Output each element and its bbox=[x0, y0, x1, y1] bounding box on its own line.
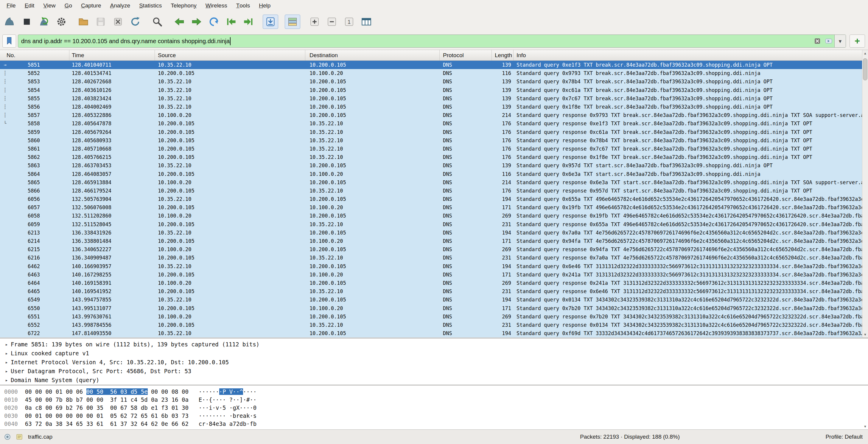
hex-scroll-down-icon[interactable]: ▼ bbox=[864, 425, 867, 428]
expand-arrow-icon[interactable]: ▸ bbox=[2, 360, 11, 365]
menu-analyze[interactable]: Analyze bbox=[106, 0, 135, 11]
resize-columns-button[interactable] bbox=[359, 14, 374, 29]
restart-capture-button[interactable] bbox=[36, 14, 52, 29]
column-header-no[interactable]: No. bbox=[0, 50, 69, 60]
start-capture-button[interactable] bbox=[2, 14, 17, 29]
packet-row[interactable]: 6549143.99475785510.35.22.1010.200.0.105… bbox=[0, 296, 862, 304]
packet-row[interactable]: 6058132.51120286010.100.0.2010.200.0.105… bbox=[0, 212, 862, 220]
display-filter-input[interactable]: dns and ip.addr == 10.200.0.105 and dns.… bbox=[18, 35, 846, 47]
detail-row[interactable]: ▸Linux cooked capture v1 bbox=[0, 349, 868, 358]
detail-row[interactable]: ▸Domain Name System (query) bbox=[0, 376, 868, 384]
detail-row[interactable]: ▸Internet Protocol Version 4, Src: 10.35… bbox=[0, 358, 868, 367]
menu-statistics[interactable]: Statistics bbox=[135, 0, 166, 11]
expand-arrow-icon[interactable]: ▸ bbox=[2, 342, 11, 347]
packet-row[interactable]: 5860128.40568093310.200.0.10510.35.22.10… bbox=[0, 136, 862, 145]
detail-row[interactable]: ▸User Datagram Protocol, Src Port: 45686… bbox=[0, 367, 868, 376]
zoom-in-button[interactable] bbox=[307, 14, 322, 29]
detail-row[interactable]: ▸Frame 5851: 139 bytes on wire (1112 bit… bbox=[0, 340, 868, 349]
hex-row[interactable]: 00200a c8 00 69 b2 76 00 35 00 67 58 db … bbox=[0, 404, 868, 412]
hex-row[interactable]: 004063 72 0a 38 34 65 33 61 61 37 32 64 … bbox=[0, 420, 868, 428]
menu-tools[interactable]: Tools bbox=[232, 0, 254, 11]
packet-list-scrollbar[interactable]: ▲ ▼ bbox=[862, 50, 868, 338]
filter-add-button[interactable]: + bbox=[849, 35, 865, 47]
menu-edit[interactable]: Edit bbox=[20, 0, 39, 11]
menu-wireless[interactable]: Wireless bbox=[201, 0, 232, 11]
capture-comments-icon[interactable] bbox=[15, 433, 24, 441]
menu-capture[interactable]: Capture bbox=[76, 0, 106, 11]
colorize-toggle-button[interactable] bbox=[285, 14, 300, 29]
packet-row[interactable]: ┆5853128.40267266810.35.22.1010.200.0.10… bbox=[0, 77, 862, 86]
expand-arrow-icon[interactable]: ▸ bbox=[2, 377, 11, 383]
packet-row[interactable]: ┆5854128.40361012610.35.22.1010.200.0.10… bbox=[0, 86, 862, 94]
column-header-time[interactable]: Time bbox=[69, 50, 155, 60]
go-last-packet-button[interactable] bbox=[241, 14, 256, 29]
menu-telephony[interactable]: Telephony bbox=[166, 0, 201, 11]
packet-row[interactable]: 6215136.34065222710.100.0.2010.200.0.105… bbox=[0, 245, 862, 253]
packet-row[interactable]: 6551143.99763076110.100.0.2010.200.0.105… bbox=[0, 312, 862, 321]
packet-row[interactable]: →5851128.40104071110.35.22.1010.200.0.10… bbox=[0, 61, 862, 69]
expand-arrow-icon[interactable]: ▸ bbox=[2, 350, 11, 356]
filter-bookmark-button[interactable] bbox=[2, 35, 16, 47]
packet-row[interactable]: 6059132.51152804510.200.0.10510.35.22.10… bbox=[0, 220, 862, 229]
filter-apply-icon[interactable] bbox=[823, 35, 834, 47]
hex-row[interactable]: 001045 00 00 7b 8b b7 00 00 3f 11 c4 5d … bbox=[0, 396, 868, 404]
go-previous-packet-button[interactable] bbox=[172, 14, 187, 29]
save-capture-file-button[interactable] bbox=[93, 14, 108, 29]
packet-row[interactable]: 6214136.33880148410.200.0.10510.100.0.20… bbox=[0, 237, 862, 245]
packet-row[interactable]: 6462140.16690395710.35.22.1010.200.0.105… bbox=[0, 262, 862, 271]
column-header-info[interactable]: Info bbox=[514, 50, 862, 60]
expand-arrow-icon[interactable]: ▸ bbox=[2, 368, 11, 374]
go-next-packet-button[interactable] bbox=[189, 14, 204, 29]
packet-row[interactable]: 5862128.40576621510.200.0.10510.35.22.10… bbox=[0, 153, 862, 161]
reload-capture-file-button[interactable] bbox=[127, 14, 143, 29]
menu-go[interactable]: Go bbox=[60, 0, 76, 11]
hex-row[interactable]: 003000 01 00 00 00 00 00 01 05 62 72 65 … bbox=[0, 412, 868, 420]
packet-row[interactable]: 6213136.33843192610.35.22.1010.200.0.105… bbox=[0, 229, 862, 237]
column-header-length[interactable]: Length bbox=[492, 50, 514, 60]
packet-row[interactable]: 5861128.40571066810.200.0.10510.35.22.10… bbox=[0, 145, 862, 153]
packet-row[interactable]: ┆5852128.40153474110.200.0.10510.100.0.2… bbox=[0, 69, 862, 77]
packet-row[interactable]: 6056132.50576390410.35.22.1010.200.0.105… bbox=[0, 195, 862, 203]
packet-row[interactable]: 6464140.16915839110.100.0.2010.200.0.105… bbox=[0, 279, 862, 287]
auto-scroll-toggle-button[interactable] bbox=[263, 14, 278, 29]
packet-row[interactable]: 6057132.50607600810.200.0.10510.100.0.20… bbox=[0, 203, 862, 212]
packet-row[interactable]: 5859128.40567926410.200.0.10510.35.22.10… bbox=[0, 128, 862, 136]
packet-row[interactable]: 6465140.16954195210.200.0.10510.35.22.10… bbox=[0, 287, 862, 296]
scroll-down-icon[interactable]: ▼ bbox=[862, 331, 868, 338]
packet-row[interactable]: 5864128.46408305710.200.0.10510.100.0.20… bbox=[0, 170, 862, 178]
go-first-packet-button[interactable] bbox=[223, 14, 239, 29]
scroll-up-icon[interactable]: ▲ bbox=[862, 50, 868, 57]
expert-info-icon[interactable] bbox=[3, 433, 12, 441]
zoom-original-button[interactable]: 1 bbox=[341, 14, 357, 29]
close-capture-file-button[interactable] bbox=[110, 14, 126, 29]
column-header-source[interactable]: Source bbox=[155, 50, 305, 60]
open-capture-file-button[interactable] bbox=[76, 14, 91, 29]
packet-row[interactable]: 5865128.46591388410.100.0.2010.200.0.105… bbox=[0, 178, 862, 186]
packet-row[interactable]: ┆5857128.40532288610.100.0.2010.200.0.10… bbox=[0, 111, 862, 119]
zoom-out-button[interactable] bbox=[324, 14, 340, 29]
stop-capture-button[interactable] bbox=[19, 14, 35, 29]
packet-row[interactable]: 5863128.46370345310.35.22.1010.200.0.105… bbox=[0, 161, 862, 170]
hex-dump[interactable]: 000000 00 00 01 00 06 00 50 56 03 d5 5e … bbox=[0, 387, 868, 428]
hex-row[interactable]: 000000 00 00 01 00 06 00 50 56 03 d5 5e … bbox=[0, 387, 868, 396]
column-header-protocol[interactable]: Protocol bbox=[440, 50, 492, 60]
packet-row[interactable]: ┆5855128.40382342410.35.22.1010.200.0.10… bbox=[0, 94, 862, 103]
packet-row[interactable]: 6550143.99513107710.200.0.10510.100.0.20… bbox=[0, 304, 862, 312]
packet-row[interactable]: ┆5856128.40400246910.35.22.1010.200.0.10… bbox=[0, 103, 862, 111]
packet-row[interactable]: 6552143.99878455610.200.0.10510.35.22.10… bbox=[0, 321, 862, 329]
packet-row[interactable]: └5858128.40564787810.200.0.10510.35.22.1… bbox=[0, 119, 862, 128]
filter-clear-icon[interactable] bbox=[812, 35, 823, 47]
scrollbar-thumb[interactable] bbox=[863, 58, 867, 80]
capture-options-button[interactable] bbox=[54, 14, 69, 29]
filter-dropdown-icon[interactable]: ▾ bbox=[834, 35, 846, 47]
profile-selector[interactable]: Profile: Default bbox=[826, 434, 863, 440]
packet-row[interactable]: 6463140.16729825510.200.0.10510.100.0.20… bbox=[0, 271, 862, 279]
packet-row[interactable]: 5866128.46617952410.200.0.10510.35.22.10… bbox=[0, 186, 862, 195]
packet-row[interactable]: 6722147.81409355010.35.22.1010.200.0.105… bbox=[0, 329, 862, 338]
menu-help[interactable]: Help bbox=[254, 0, 275, 11]
go-to-packet-button[interactable] bbox=[206, 14, 222, 29]
column-header-destination[interactable]: Destination bbox=[305, 50, 440, 60]
menu-file[interactable]: File bbox=[2, 0, 20, 11]
menu-view[interactable]: View bbox=[39, 0, 60, 11]
packet-row[interactable]: 6216136.34090948710.200.0.10510.35.22.10… bbox=[0, 253, 862, 262]
